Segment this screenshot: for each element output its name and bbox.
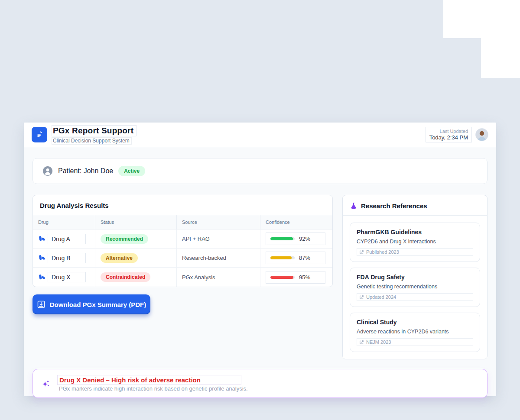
patient-name: Patient: John Doe	[58, 167, 113, 175]
reference-title: FDA Drug Safety	[357, 274, 473, 281]
reference-title: Clinical Study	[357, 319, 473, 326]
column-header-status: Status	[95, 215, 177, 229]
external-link-icon	[359, 250, 364, 255]
reference-meta-label: Updated 2024	[366, 294, 396, 300]
reference-description: Adverse reactions in CYP2D6 variants	[357, 329, 473, 335]
confidence-value: 92%	[299, 236, 310, 242]
status-cell: Recommended	[95, 229, 177, 248]
reference-description: CYP2D6 and Drug X interactions	[357, 239, 473, 245]
status-cell: Contraindicated	[95, 268, 177, 287]
confidence-cell: 95%	[260, 268, 332, 287]
drug-name: Drug A	[48, 234, 86, 244]
reference-description: Genetic testing recommendations	[357, 284, 473, 290]
confidence-bar-track	[270, 256, 295, 259]
confidence-bar-fill	[270, 237, 293, 240]
header-right: Last Updated Today, 2:34 PM	[426, 127, 488, 142]
pills-icon	[38, 274, 46, 281]
reference-meta[interactable]: Published 2023	[357, 248, 473, 256]
alert-texts: Drug X Denied – High risk of adverse rea…	[57, 375, 479, 392]
download-button-label: Download PGx Summary (PDF)	[50, 301, 146, 308]
patient-card: Patient: John Doe Active	[32, 158, 488, 184]
content-area: Patient: John Doe Active Drug Analysis R…	[24, 147, 496, 396]
drug-analysis-title: Drug Analysis Results	[33, 195, 332, 215]
reference-meta[interactable]: NEJM 2023	[357, 338, 473, 346]
source-text: Research-backed	[182, 255, 226, 261]
status-badge: Recommended	[101, 234, 148, 244]
drug-cell: Drug B	[33, 249, 95, 267]
confidence-value: 87%	[299, 255, 310, 261]
confidence-box: 92%	[266, 233, 325, 245]
confidence-box: 87%	[266, 252, 325, 264]
title-block: PGx Report Support Clinical Decision Sup…	[52, 125, 136, 145]
download-icon	[37, 300, 46, 309]
table-row[interactable]: Drug B Alternative Research-backed	[33, 249, 332, 268]
source-cell: Research-backed	[177, 249, 260, 267]
column-header-drug: Drug	[33, 215, 95, 229]
confidence-cell: 92%	[260, 229, 332, 248]
references-title: Research References	[361, 202, 427, 210]
drug-name: Drug X	[48, 272, 86, 282]
drug-analysis-table: Drug Status Source Confidence	[33, 215, 332, 287]
reference-meta-label: Published 2023	[366, 249, 399, 255]
patient-icon	[42, 166, 53, 176]
column-header-source: Source	[177, 215, 260, 229]
reference-title: PharmGKB Guidelines	[357, 229, 473, 236]
drug-cell: Drug X	[33, 268, 95, 287]
confidence-bar-track	[270, 276, 295, 279]
table-header-row: Drug Status Source Confidence	[33, 215, 332, 229]
pills-icon	[38, 254, 46, 262]
references-list: PharmGKB Guidelines CYP2D6 and Drug X in…	[343, 216, 487, 359]
pills-icon	[38, 235, 46, 242]
research-references-panel: Research References PharmGKB Guidelines …	[342, 195, 488, 359]
page-title: PGx Report Support	[52, 125, 136, 136]
app-header: PGx Report Support Clinical Decision Sup…	[24, 123, 496, 147]
drug-cell: Drug A	[33, 229, 95, 248]
table-row[interactable]: Drug X Contraindicated PGx Analysis	[33, 268, 332, 287]
background-shape-right	[481, 0, 520, 78]
column-header-confidence: Confidence	[260, 215, 332, 229]
document-icon	[32, 127, 47, 142]
confidence-box: 95%	[266, 271, 325, 284]
drug-name: Drug B	[48, 253, 86, 263]
status-cell: Alternative	[95, 249, 177, 267]
confidence-bar-fill	[270, 276, 293, 279]
sparkles-icon	[41, 378, 51, 389]
source-cell: PGx Analysis	[177, 268, 260, 287]
confidence-cell: 87%	[260, 249, 332, 267]
source-text: PGx Analysis	[182, 274, 215, 281]
patient-status-badge: Active	[118, 166, 145, 176]
main-window: PGx Report Support Clinical Decision Sup…	[24, 123, 496, 396]
reference-meta[interactable]: Updated 2024	[357, 293, 473, 301]
alert-title: Drug X Denied – High risk of adverse rea…	[57, 375, 241, 385]
source-cell: API + RAG	[177, 229, 260, 248]
left-column: Drug Analysis Results Drug Status Source…	[32, 195, 333, 359]
table-row[interactable]: Drug A Recommended API + RAG	[33, 229, 332, 249]
last-updated: Last Updated Today, 2:34 PM	[426, 127, 472, 142]
confidence-bar-track	[270, 237, 295, 240]
last-updated-label: Last Updated	[429, 129, 468, 134]
source-text: API + RAG	[182, 236, 210, 242]
page-subtitle: Clinical Decision Support System	[52, 137, 132, 145]
flask-icon	[350, 202, 358, 210]
reference-card[interactable]: PharmGKB Guidelines CYP2D6 and Drug X in…	[350, 223, 480, 262]
confidence-bar-fill	[270, 256, 292, 259]
confidence-value: 95%	[299, 274, 310, 281]
external-link-icon	[359, 340, 364, 345]
references-header: Research References	[343, 195, 487, 215]
user-avatar[interactable]	[475, 128, 488, 141]
main-grid: Drug Analysis Results Drug Status Source…	[32, 195, 488, 359]
drug-denied-alert: Drug X Denied – High risk of adverse rea…	[32, 369, 488, 398]
status-badge: Contraindicated	[101, 272, 150, 282]
reference-meta-label: NEJM 2023	[366, 339, 391, 345]
last-updated-value: Today, 2:34 PM	[429, 134, 468, 141]
external-link-icon	[359, 295, 364, 300]
status-badge: Alternative	[101, 253, 138, 263]
alert-description: PGx markers indicate high interaction ri…	[57, 385, 479, 392]
download-pdf-button[interactable]: Download PGx Summary (PDF)	[32, 294, 150, 314]
drug-analysis-card: Drug Analysis Results Drug Status Source…	[32, 195, 333, 287]
reference-card[interactable]: Clinical Study Adverse reactions in CYP2…	[350, 313, 480, 352]
reference-card[interactable]: FDA Drug Safety Genetic testing recommen…	[350, 268, 480, 307]
